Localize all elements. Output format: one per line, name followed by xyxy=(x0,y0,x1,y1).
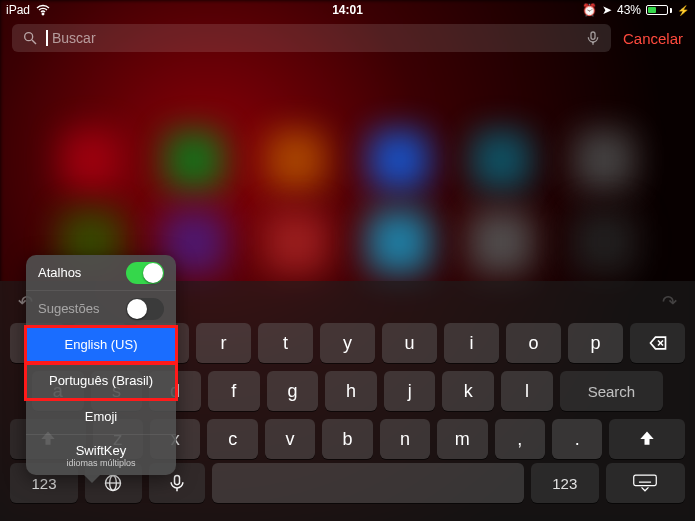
key-c[interactable]: c xyxy=(207,419,257,459)
blurred-app-row-1 xyxy=(0,130,695,190)
search-icon xyxy=(22,30,38,46)
key-hide-keyboard[interactable] xyxy=(606,463,685,503)
key-g[interactable]: g xyxy=(267,371,319,411)
location-icon: ➤ xyxy=(602,3,612,17)
key-shift-right[interactable] xyxy=(609,419,685,459)
keyboard-language-popup: Atalhos Sugestões English (US) Português… xyxy=(26,255,176,475)
key-u[interactable]: u xyxy=(382,323,437,363)
search-placeholder: Buscar xyxy=(52,30,577,46)
popup-shortcuts-label: Atalhos xyxy=(38,265,81,280)
popup-lang-swiftkey[interactable]: SwiftKey idiomas múltiplos xyxy=(26,435,176,475)
text-cursor xyxy=(46,30,48,46)
key-i[interactable]: i xyxy=(444,323,499,363)
key-m[interactable]: m xyxy=(437,419,487,459)
alarm-icon: ⏰ xyxy=(582,3,597,17)
keyboard: ↶ ↷ q w e r t y u i o p a s xyxy=(0,281,695,521)
key-b[interactable]: b xyxy=(322,419,372,459)
key-o[interactable]: o xyxy=(506,323,561,363)
svg-point-1 xyxy=(25,33,33,41)
charging-icon: ⚡ xyxy=(677,5,689,16)
shift-icon xyxy=(637,429,657,449)
backspace-icon xyxy=(648,333,668,353)
key-numbers-right[interactable]: 123 xyxy=(531,463,599,503)
dictation-icon[interactable] xyxy=(585,30,601,46)
cancel-button[interactable]: Cancelar xyxy=(623,30,683,47)
wifi-icon xyxy=(35,2,51,18)
key-y[interactable]: y xyxy=(320,323,375,363)
popup-suggestions-toggle[interactable]: Sugestões xyxy=(26,291,176,327)
key-p[interactable]: p xyxy=(568,323,623,363)
key-k[interactable]: k xyxy=(442,371,494,411)
key-l[interactable]: l xyxy=(501,371,553,411)
svg-rect-10 xyxy=(174,476,179,485)
key-comma[interactable]: , xyxy=(495,419,545,459)
svg-rect-3 xyxy=(591,32,595,39)
key-n[interactable]: n xyxy=(380,419,430,459)
svg-point-0 xyxy=(42,13,44,15)
key-backspace[interactable] xyxy=(630,323,685,363)
search-input[interactable]: Buscar xyxy=(12,24,611,52)
popup-lang-emoji[interactable]: Emoji xyxy=(26,399,176,435)
key-h[interactable]: h xyxy=(325,371,377,411)
key-space[interactable] xyxy=(212,463,524,503)
device-label: iPad xyxy=(6,3,30,17)
svg-rect-12 xyxy=(634,475,657,485)
globe-icon xyxy=(103,473,123,493)
toggle-on-icon[interactable] xyxy=(126,262,164,284)
key-r[interactable]: r xyxy=(196,323,251,363)
key-f[interactable]: f xyxy=(208,371,260,411)
toggle-off-icon[interactable] xyxy=(126,298,164,320)
key-v[interactable]: v xyxy=(265,419,315,459)
spotlight-search-row: Buscar Cancelar xyxy=(0,20,695,56)
key-j[interactable]: j xyxy=(384,371,436,411)
battery-icon xyxy=(646,5,672,15)
battery-percent: 43% xyxy=(617,3,641,17)
hide-keyboard-icon xyxy=(632,474,658,492)
redo-icon[interactable]: ↷ xyxy=(662,291,677,313)
key-period[interactable]: . xyxy=(552,419,602,459)
status-bar: iPad 14:01 ⏰ ➤ 43% ⚡ xyxy=(0,0,695,20)
key-t[interactable]: t xyxy=(258,323,313,363)
popup-shortcuts-toggle[interactable]: Atalhos xyxy=(26,255,176,291)
svg-line-2 xyxy=(32,40,36,44)
popup-suggestions-label: Sugestões xyxy=(38,301,99,316)
popup-lang-english[interactable]: English (US) xyxy=(26,327,176,363)
key-search[interactable]: Search xyxy=(560,371,663,411)
mic-icon xyxy=(167,473,187,493)
popup-lang-portuguese[interactable]: Português (Brasil) xyxy=(26,363,176,399)
